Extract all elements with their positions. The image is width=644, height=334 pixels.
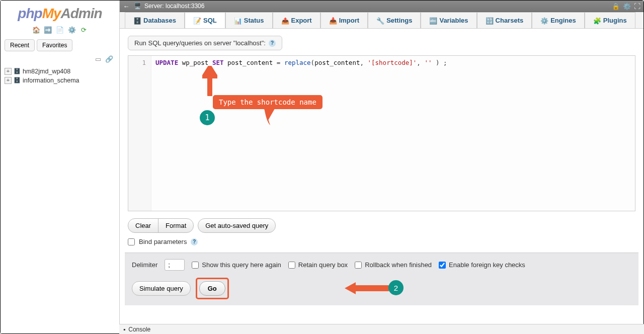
databases-icon: 🗄️ [133,17,140,24]
fk-checkbox[interactable] [439,262,446,269]
variables-icon: 🔤 [429,17,436,24]
tree-item-db2[interactable]: + 🗄️ information_schema [5,76,115,85]
show-again-checkbox[interactable] [192,262,199,269]
expand-icon[interactable]: + [5,68,12,75]
go-button[interactable]: Go [199,281,225,296]
tab-databases[interactable]: 🗄️Databases [125,12,185,28]
fullscreen-icon[interactable]: ⛶ [634,3,640,10]
tab-charsets[interactable]: 🔡Charsets [477,12,532,28]
tab-export[interactable]: 📤Export [273,12,320,28]
db-name: information_schema [23,77,79,84]
tab-settings[interactable]: 🔧Settings [368,12,421,28]
footer-options: Delimiter Show this query here again Ret… [132,259,631,271]
settings-icon[interactable]: ⚙️ [68,26,76,34]
sidebar-tabbar: Recent Favorites [1,37,119,53]
console-label: Console [128,326,150,333]
retain-checkbox[interactable] [288,262,295,269]
db-name: hm82jmd_wp408 [23,68,70,75]
tree-item-db1[interactable]: + 🗄️ hm82jmd_wp408 [5,67,115,76]
nav-tabs: 🗄️Databases 📝SQL 📊Status 📤Export 📥Import… [120,12,643,29]
show-again-option[interactable]: Show this query here again [192,261,281,269]
tab-import[interactable]: 📥Import [320,12,368,28]
link-icon[interactable]: 🔗 [105,55,112,61]
topbar: ← 🖥️ Server: localhost:3306 🔒 ⚙️ ⛶ [120,1,643,12]
sidebar-toolbar: 🏠 ➡️ 📄 ⚙️ ⟳ [1,24,119,37]
content-area: Run SQL query/queries on server "localho… [120,29,643,333]
engines-icon: ⚙️ [540,17,547,24]
delimiter-label: Delimiter [132,261,157,269]
tab-plugins[interactable]: 🧩Plugins [585,12,635,28]
lock-icon[interactable]: 🔒 [612,3,620,10]
plugins-icon: 🧩 [593,17,600,24]
wrench-icon: 🔧 [376,17,383,24]
database-icon: 🗄️ [14,77,21,84]
sidebar: phpMyAdmin 🏠 ➡️ 📄 ⚙️ ⟳ Recent Favorites … [1,1,120,333]
format-button[interactable]: Format [158,219,193,232]
expand-icon[interactable]: + [5,77,12,84]
import-icon: 📥 [329,17,336,24]
collapse-icon[interactable]: ▭ [94,55,101,61]
simulate-query-button[interactable]: Simulate query [132,281,191,296]
favorites-tab[interactable]: Favorites [37,39,72,51]
docs-icon[interactable]: 📄 [56,26,64,34]
status-icon: 📊 [234,17,241,24]
clear-format-group: Clear Format [128,218,194,233]
tab-variables[interactable]: 🔤Variables [421,12,476,28]
sidebar-mini-icons: ▭ 🔗 [1,53,119,64]
help-icon[interactable]: ? [269,40,276,47]
server-label: Server: localhost:3306 [144,3,204,10]
bind-parameters-row: Bind parameters ? [128,238,635,245]
console-icon: ▪ [123,326,125,333]
export-icon: 📤 [281,17,288,24]
panel-title: Run SQL query/queries on server "localho… [134,39,266,47]
autosaved-button[interactable]: Get auto-saved query [198,218,276,233]
editor-button-row: Clear Format Get auto-saved query [128,218,635,233]
database-icon: 🗄️ [14,68,21,75]
logout-icon[interactable]: ➡️ [44,26,52,34]
main: ← 🖥️ Server: localhost:3306 🔒 ⚙️ ⛶ 🗄️Dat… [120,1,643,333]
gear-icon[interactable]: ⚙️ [623,3,631,10]
tab-status[interactable]: 📊Status [225,12,273,28]
bind-parameters-checkbox[interactable] [128,238,135,245]
tab-sql[interactable]: 📝SQL [185,12,225,28]
database-tree: + 🗄️ hm82jmd_wp408 + 🗄️ information_sche… [1,64,119,88]
rollback-checkbox[interactable] [355,262,362,269]
reload-icon[interactable]: ⟳ [79,26,88,34]
rollback-option[interactable]: Rollback when finished [355,261,432,269]
server-icon: 🖥️ [134,3,141,10]
editor-code[interactable]: UPDATE wp_post SET post_content = replac… [151,56,635,211]
footer-actions: Simulate query Go [132,278,631,299]
recent-tab[interactable]: Recent [5,39,35,51]
sql-editor[interactable]: 1 UPDATE wp_post SET post_content = repl… [128,55,635,211]
fk-option[interactable]: Enable foreign key checks [439,261,525,269]
help-icon[interactable]: ? [191,238,198,245]
delimiter-input[interactable] [165,259,185,271]
phpmyadmin-logo: phpMyAdmin [1,1,119,24]
retain-option[interactable]: Retain query box [288,261,348,269]
console-bar[interactable]: ▪ Console [119,324,644,334]
home-icon[interactable]: 🏠 [32,26,40,34]
editor-gutter: 1 [128,56,151,211]
footer-panel: Delimiter Show this query here again Ret… [125,253,638,305]
panel-header: Run SQL query/queries on server "localho… [128,36,282,50]
charsets-icon: 🔡 [486,17,493,24]
bind-parameters-label: Bind parameters [139,238,187,245]
sql-icon: 📝 [193,17,200,24]
tab-engines[interactable]: ⚙️Engines [532,12,585,28]
back-icon[interactable]: ← [123,3,130,10]
clear-button[interactable]: Clear [128,219,158,232]
tutorial-highlight-go: Go [196,278,229,299]
